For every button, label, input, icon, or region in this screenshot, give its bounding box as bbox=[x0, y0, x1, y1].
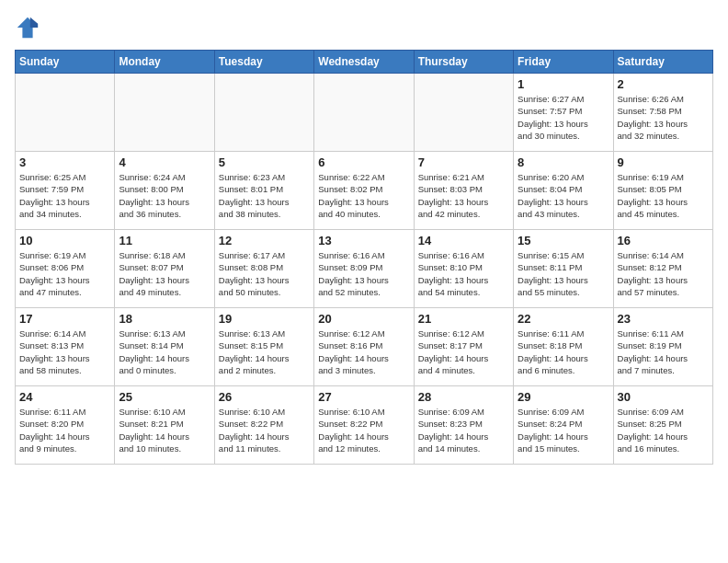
day-number: 1 bbox=[518, 77, 609, 91]
calendar-header-wednesday: Wednesday bbox=[314, 51, 414, 74]
day-info: Sunrise: 6:10 AMSunset: 8:21 PMDaylight:… bbox=[119, 406, 210, 454]
day-number: 26 bbox=[219, 390, 310, 404]
calendar-cell: 3Sunrise: 6:25 AMSunset: 7:59 PMDaylight… bbox=[16, 152, 115, 230]
day-info: Sunrise: 6:10 AMSunset: 8:22 PMDaylight:… bbox=[318, 406, 409, 454]
day-number: 7 bbox=[418, 155, 509, 169]
calendar-cell: 15Sunrise: 6:15 AMSunset: 8:11 PMDayligh… bbox=[514, 230, 613, 308]
day-number: 27 bbox=[318, 390, 409, 404]
day-info: Sunrise: 6:11 AMSunset: 8:20 PMDaylight:… bbox=[19, 406, 110, 454]
day-info: Sunrise: 6:20 AMSunset: 8:04 PMDaylight:… bbox=[518, 171, 609, 220]
calendar-header-thursday: Thursday bbox=[414, 51, 513, 74]
day-info: Sunrise: 6:15 AMSunset: 8:11 PMDaylight:… bbox=[518, 249, 609, 298]
day-info: Sunrise: 6:24 AMSunset: 8:00 PMDaylight:… bbox=[119, 171, 210, 220]
calendar-cell bbox=[16, 74, 115, 152]
day-info: Sunrise: 6:16 AMSunset: 8:10 PMDaylight:… bbox=[418, 249, 509, 298]
day-info: Sunrise: 6:11 AMSunset: 8:19 PMDaylight:… bbox=[618, 327, 709, 376]
calendar-header-sunday: Sunday bbox=[16, 51, 115, 74]
day-number: 9 bbox=[618, 155, 709, 169]
day-number: 16 bbox=[618, 234, 709, 247]
day-info: Sunrise: 6:14 AMSunset: 8:13 PMDaylight:… bbox=[19, 327, 110, 376]
calendar-cell: 16Sunrise: 6:14 AMSunset: 8:12 PMDayligh… bbox=[613, 230, 712, 308]
calendar-cell: 6Sunrise: 6:22 AMSunset: 8:02 PMDaylight… bbox=[314, 152, 414, 230]
calendar-header-friday: Friday bbox=[514, 51, 613, 74]
calendar-cell: 2Sunrise: 6:26 AMSunset: 7:58 PMDaylight… bbox=[613, 74, 712, 152]
calendar-week-4: 17Sunrise: 6:14 AMSunset: 8:13 PMDayligh… bbox=[16, 308, 713, 386]
day-number: 4 bbox=[119, 155, 210, 169]
logo-icon bbox=[15, 15, 40, 40]
day-info: Sunrise: 6:11 AMSunset: 8:18 PMDaylight:… bbox=[518, 327, 609, 376]
day-number: 2 bbox=[618, 77, 709, 91]
calendar-week-2: 3Sunrise: 6:25 AMSunset: 7:59 PMDaylight… bbox=[16, 152, 713, 230]
day-number: 18 bbox=[119, 312, 210, 326]
calendar-cell: 18Sunrise: 6:13 AMSunset: 8:14 PMDayligh… bbox=[115, 308, 214, 386]
calendar-week-5: 24Sunrise: 6:11 AMSunset: 8:20 PMDayligh… bbox=[16, 386, 713, 465]
calendar-cell: 7Sunrise: 6:21 AMSunset: 8:03 PMDaylight… bbox=[414, 152, 513, 230]
day-info: Sunrise: 6:16 AMSunset: 8:09 PMDaylight:… bbox=[318, 249, 409, 298]
day-info: Sunrise: 6:14 AMSunset: 8:12 PMDaylight:… bbox=[618, 249, 709, 298]
day-info: Sunrise: 6:23 AMSunset: 8:01 PMDaylight:… bbox=[219, 171, 310, 220]
calendar-cell: 11Sunrise: 6:18 AMSunset: 8:07 PMDayligh… bbox=[115, 230, 214, 308]
day-info: Sunrise: 6:09 AMSunset: 8:23 PMDaylight:… bbox=[418, 406, 509, 454]
day-info: Sunrise: 6:13 AMSunset: 8:14 PMDaylight:… bbox=[119, 327, 210, 376]
calendar-header-row: SundayMondayTuesdayWednesdayThursdayFrid… bbox=[16, 51, 713, 74]
day-number: 19 bbox=[219, 312, 310, 326]
calendar-cell: 25Sunrise: 6:10 AMSunset: 8:21 PMDayligh… bbox=[115, 386, 214, 465]
calendar-cell: 12Sunrise: 6:17 AMSunset: 8:08 PMDayligh… bbox=[214, 230, 313, 308]
calendar-cell: 13Sunrise: 6:16 AMSunset: 8:09 PMDayligh… bbox=[314, 230, 414, 308]
day-number: 6 bbox=[318, 155, 409, 169]
day-info: Sunrise: 6:22 AMSunset: 8:02 PMDaylight:… bbox=[318, 171, 409, 220]
day-number: 25 bbox=[119, 390, 210, 404]
day-number: 24 bbox=[19, 390, 110, 404]
day-number: 12 bbox=[219, 234, 310, 247]
calendar-week-3: 10Sunrise: 6:19 AMSunset: 8:06 PMDayligh… bbox=[16, 230, 713, 308]
day-number: 14 bbox=[418, 234, 509, 247]
day-number: 15 bbox=[518, 234, 609, 247]
logo bbox=[15, 15, 42, 40]
day-info: Sunrise: 6:27 AMSunset: 7:57 PMDaylight:… bbox=[518, 93, 609, 142]
calendar-cell: 27Sunrise: 6:10 AMSunset: 8:22 PMDayligh… bbox=[314, 386, 414, 465]
calendar-cell: 29Sunrise: 6:09 AMSunset: 8:24 PMDayligh… bbox=[514, 386, 613, 465]
day-number: 23 bbox=[618, 312, 709, 326]
calendar-cell bbox=[314, 74, 414, 152]
day-info: Sunrise: 6:18 AMSunset: 8:07 PMDaylight:… bbox=[119, 249, 210, 298]
calendar-cell: 9Sunrise: 6:19 AMSunset: 8:05 PMDaylight… bbox=[613, 152, 712, 230]
calendar-cell: 5Sunrise: 6:23 AMSunset: 8:01 PMDaylight… bbox=[214, 152, 313, 230]
calendar-cell: 21Sunrise: 6:12 AMSunset: 8:17 PMDayligh… bbox=[414, 308, 513, 386]
day-number: 17 bbox=[19, 312, 110, 326]
day-number: 13 bbox=[318, 234, 409, 247]
day-number: 3 bbox=[19, 155, 110, 169]
day-number: 11 bbox=[119, 234, 210, 247]
calendar-table: SundayMondayTuesdayWednesdayThursdayFrid… bbox=[15, 50, 713, 465]
day-number: 8 bbox=[518, 155, 609, 169]
calendar-header-saturday: Saturday bbox=[613, 51, 712, 74]
calendar-cell: 26Sunrise: 6:10 AMSunset: 8:22 PMDayligh… bbox=[214, 386, 313, 465]
calendar-cell: 8Sunrise: 6:20 AMSunset: 8:04 PMDaylight… bbox=[514, 152, 613, 230]
day-number: 10 bbox=[19, 234, 110, 247]
calendar-cell: 1Sunrise: 6:27 AMSunset: 7:57 PMDaylight… bbox=[514, 74, 613, 152]
day-info: Sunrise: 6:12 AMSunset: 8:16 PMDaylight:… bbox=[318, 327, 409, 376]
day-info: Sunrise: 6:13 AMSunset: 8:15 PMDaylight:… bbox=[219, 327, 310, 376]
calendar-header-monday: Monday bbox=[115, 51, 214, 74]
page: SundayMondayTuesdayWednesdayThursdayFrid… bbox=[0, 0, 728, 476]
calendar-cell: 30Sunrise: 6:09 AMSunset: 8:25 PMDayligh… bbox=[613, 386, 712, 465]
day-info: Sunrise: 6:25 AMSunset: 7:59 PMDaylight:… bbox=[19, 171, 110, 220]
calendar-header-tuesday: Tuesday bbox=[214, 51, 313, 74]
day-number: 21 bbox=[418, 312, 509, 326]
day-info: Sunrise: 6:09 AMSunset: 8:25 PMDaylight:… bbox=[618, 406, 709, 454]
calendar-cell: 19Sunrise: 6:13 AMSunset: 8:15 PMDayligh… bbox=[214, 308, 313, 386]
calendar-cell: 28Sunrise: 6:09 AMSunset: 8:23 PMDayligh… bbox=[414, 386, 513, 465]
calendar-week-1: 1Sunrise: 6:27 AMSunset: 7:57 PMDaylight… bbox=[16, 74, 713, 152]
calendar-cell: 4Sunrise: 6:24 AMSunset: 8:00 PMDaylight… bbox=[115, 152, 214, 230]
day-info: Sunrise: 6:17 AMSunset: 8:08 PMDaylight:… bbox=[219, 249, 310, 298]
calendar-cell bbox=[414, 74, 513, 152]
calendar-cell bbox=[214, 74, 313, 152]
day-info: Sunrise: 6:10 AMSunset: 8:22 PMDaylight:… bbox=[219, 406, 310, 454]
calendar-cell: 24Sunrise: 6:11 AMSunset: 8:20 PMDayligh… bbox=[16, 386, 115, 465]
calendar-cell: 20Sunrise: 6:12 AMSunset: 8:16 PMDayligh… bbox=[314, 308, 414, 386]
calendar-cell: 22Sunrise: 6:11 AMSunset: 8:18 PMDayligh… bbox=[514, 308, 613, 386]
calendar-cell: 17Sunrise: 6:14 AMSunset: 8:13 PMDayligh… bbox=[16, 308, 115, 386]
day-info: Sunrise: 6:09 AMSunset: 8:24 PMDaylight:… bbox=[518, 406, 609, 454]
day-number: 5 bbox=[219, 155, 310, 169]
day-info: Sunrise: 6:21 AMSunset: 8:03 PMDaylight:… bbox=[418, 171, 509, 220]
day-number: 20 bbox=[318, 312, 409, 326]
